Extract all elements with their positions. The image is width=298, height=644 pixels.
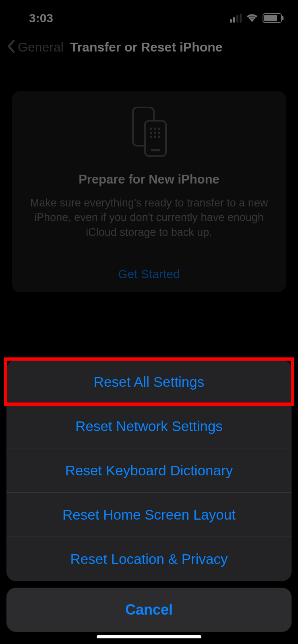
- svg-rect-7: [158, 132, 160, 134]
- status-time: 3:03: [29, 11, 53, 25]
- reset-all-settings-button[interactable]: Reset All Settings: [6, 360, 292, 404]
- svg-rect-3: [154, 128, 156, 130]
- page-title: Transfer or Reset iPhone: [70, 40, 223, 55]
- svg-rect-11: [151, 149, 160, 151]
- wifi-icon: [246, 12, 259, 24]
- battery-icon: [263, 13, 282, 23]
- reset-home-screen-layout-button[interactable]: Reset Home Screen Layout: [6, 493, 292, 537]
- reset-location-privacy-button[interactable]: Reset Location & Privacy: [6, 537, 292, 581]
- prepare-title: Prepare for New iPhone: [23, 172, 275, 187]
- back-button-label[interactable]: General: [18, 40, 64, 55]
- svg-rect-10: [158, 136, 160, 138]
- cellular-signal-icon: [230, 14, 242, 23]
- status-bar: 3:03: [0, 0, 298, 36]
- svg-rect-6: [154, 132, 156, 134]
- get-started-button[interactable]: Get Started: [23, 256, 275, 292]
- prepare-card: Prepare for New iPhone Make sure everyth…: [12, 91, 286, 292]
- home-indicator[interactable]: [97, 635, 201, 638]
- status-icons: [230, 12, 282, 24]
- reset-keyboard-dictionary-button[interactable]: Reset Keyboard Dictionary: [6, 448, 292, 493]
- action-sheet-options: Reset All Settings Reset Network Setting…: [6, 360, 292, 581]
- cancel-button[interactable]: Cancel: [6, 588, 292, 632]
- action-sheet: Reset All Settings Reset Network Setting…: [6, 360, 292, 632]
- nav-bar: General Transfer or Reset iPhone: [0, 36, 298, 63]
- svg-rect-4: [158, 128, 160, 130]
- svg-rect-8: [150, 136, 152, 138]
- svg-rect-9: [154, 136, 156, 138]
- svg-rect-5: [150, 132, 152, 134]
- prepare-description: Make sure everything's ready to transfer…: [23, 196, 275, 239]
- chevron-left-icon[interactable]: [6, 39, 15, 55]
- transfer-phones-icon: [23, 105, 275, 158]
- reset-network-settings-button[interactable]: Reset Network Settings: [6, 404, 292, 448]
- svg-rect-2: [150, 128, 152, 130]
